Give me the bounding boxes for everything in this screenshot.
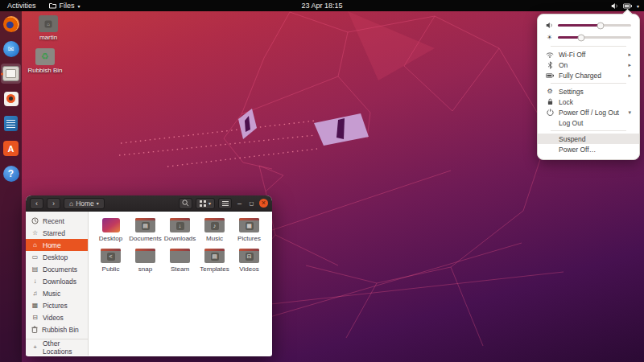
folder-music[interactable]: ♪ Music [197,216,232,246]
menu-item-power-off-log-out[interactable]: Power Off / Log Out ▾ [538,107,639,117]
folder-icon: ▤ [135,218,155,232]
dock-item-firefox[interactable] [0,11,22,36]
view-toggle-button[interactable]: ▾ [196,198,215,209]
system-tray[interactable]: ▾ [611,0,639,11]
thunderbird-icon: ✉ [3,41,19,57]
wifi-icon [546,51,554,58]
dock-item-help[interactable]: ? [0,161,22,186]
grid-view-icon [200,200,206,207]
sidebar-item-recent[interactable]: Recent [26,215,88,227]
top-bar: Activities Files ▾ 23 Apr 18:15 ▾ [0,0,644,11]
sidebar-item-label: Pictures [43,302,68,310]
writer-icon [4,116,18,131]
search-icon [182,200,189,207]
menu-item-settings[interactable]: ⚙ Settings [538,86,639,97]
document-icon: ▤ [31,265,39,273]
lock-icon [546,98,554,105]
close-button[interactable]: × [259,199,268,208]
files-icon [2,66,19,81]
dock-item-software[interactable]: A [0,136,22,161]
window-menu-button[interactable] [218,198,232,209]
headerbar[interactable]: ‹ › ⌂ Home ▾ ▾ – ◻ × [26,195,272,212]
menu-item-bluetooth[interactable]: On ▸ [538,60,639,70]
image-emblem-icon: ▦ [246,222,254,230]
menu-item-battery[interactable]: Fully Charged ▸ [538,70,639,80]
folder-steam[interactable]: Steam [163,246,197,277]
chevron-down-icon: ▾ [637,3,639,9]
folder-desktop[interactable]: Desktop [93,216,128,246]
sidebar-item-music[interactable]: ♫ Music [26,287,88,299]
dock-item-writer[interactable] [0,111,22,136]
sidebar-item-home[interactable]: ⌂ Home [26,239,88,251]
brightness-slider-knob[interactable] [578,34,585,41]
folder-templates[interactable]: ▤ Templates [197,246,232,277]
desktop-folder-icon [102,218,120,232]
template-emblem-icon: ▤ [211,253,219,261]
folder-public[interactable]: < Public [93,246,128,277]
menu-item-wifi[interactable]: Wi-Fi Off ▸ [538,49,639,60]
menu-item-log-out[interactable]: Log Out [538,117,639,128]
power-icon [546,109,554,116]
folder-pictures[interactable]: ▦ Pictures [232,216,266,246]
sidebar-item-documents[interactable]: ▤ Documents [26,263,88,275]
desktop-icon-home[interactable]: ⌂ martin [26,15,71,41]
desktop-icon-label: Rubbish Bin [27,67,62,74]
folder-icon: ⊟ [239,249,259,263]
desktop-icon-rubbish-bin[interactable]: ♻ Rubbish Bin [23,48,68,74]
clock-icon [31,217,39,224]
sidebar-item-rubbish-bin[interactable]: Rubbish Bin [26,323,88,335]
menu-separator [551,130,626,131]
sidebar-item-desktop[interactable]: ▭ Desktop [26,251,88,263]
expand-arrow-icon: ▾ [628,109,631,116]
music-emblem-icon: ♪ [211,222,219,230]
forward-button[interactable]: › [47,198,60,209]
gear-icon: ⚙ [546,88,554,95]
path-label: Home [76,199,94,208]
volume-slider-knob[interactable] [597,22,604,29]
sidebar-item-pictures[interactable]: ▦ Pictures [26,299,88,311]
video-emblem-icon: ⊟ [246,253,254,261]
sidebar-item-other-locations[interactable]: + Other Locations [26,341,88,353]
sidebar-item-label: Rubbish Bin [42,326,79,334]
home-folder-icon: ⌂ [39,15,58,32]
dock-item-thunderbird[interactable]: ✉ [0,36,22,61]
caret-down-icon: ▾ [208,199,211,208]
folder-videos[interactable]: ⊟ Videos [232,246,266,277]
folder-snap[interactable]: snap [128,246,163,277]
forward-icon: › [52,199,55,208]
download-icon: ↓ [31,278,39,285]
document-emblem-icon: ▤ [142,222,150,230]
folder-documents[interactable]: ▤ Documents [128,216,163,246]
video-icon: ⊟ [31,314,39,321]
volume-slider[interactable] [558,24,631,27]
sidebar-item-starred[interactable]: ☆ Starred [26,227,88,239]
minimize-button[interactable]: – [235,200,244,208]
brightness-slider[interactable] [558,36,631,39]
brightness-icon: ☀ [546,34,553,41]
battery-icon [546,72,554,79]
back-button[interactable]: ‹ [30,198,43,209]
desktop-icon: ▭ [31,253,39,261]
dock-item-rhythmbox[interactable] [0,86,22,111]
sidebar-item-downloads[interactable]: ↓ Downloads [26,275,88,287]
menu-item-lock[interactable]: Lock [538,97,639,107]
maximize-button[interactable]: ◻ [247,200,256,207]
menu-item-suspend[interactable]: Suspend [538,134,639,144]
dock: ✉ A ? [0,11,22,362]
sidebar-item-videos[interactable]: ⊟ Videos [26,311,88,323]
clock[interactable]: 23 Apr 18:15 [0,2,644,10]
search-button[interactable] [179,198,192,209]
sidebar-item-label: Starred [43,229,65,237]
volume-icon [546,22,553,29]
close-icon: × [262,199,266,207]
folder-icon: ▤ [204,249,225,263]
folder-icon [135,249,155,263]
folder-icon: ▦ [239,218,259,232]
path-bar-button[interactable]: ⌂ Home ▾ [64,198,105,209]
menu-item-power-off[interactable]: Power Off… [538,144,639,154]
folder-downloads[interactable]: ↓ Downloads [163,216,197,246]
dock-item-files[interactable] [0,61,22,86]
sidebar-item-label: Desktop [43,253,68,261]
files-window: ‹ › ⌂ Home ▾ ▾ – ◻ × Recent [26,195,272,356]
folder-icon [170,249,190,263]
